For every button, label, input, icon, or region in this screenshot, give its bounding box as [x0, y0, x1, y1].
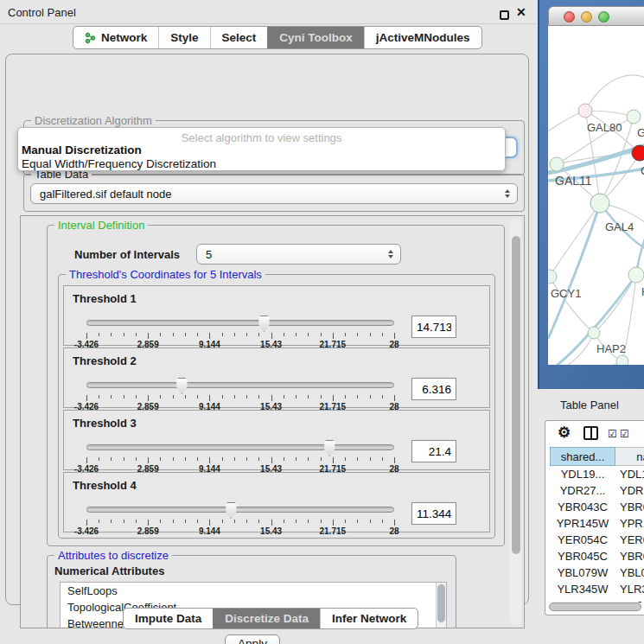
- checkbox-icon[interactable]: ☑: [620, 428, 629, 440]
- tick-mark: [111, 520, 112, 523]
- table-row[interactable]: YPR145WYPR1: [550, 515, 644, 532]
- checkbox-icon[interactable]: ☑: [608, 428, 617, 440]
- table-row[interactable]: YDL19...YDL1: [550, 466, 644, 482]
- tab-select[interactable]: Select: [210, 27, 268, 48]
- gear-icon[interactable]: ⚙: [558, 424, 571, 442]
- table-cell[interactable]: YDL19...: [550, 466, 615, 482]
- tick-label: 2.859: [137, 526, 159, 536]
- list-scrollbar-thumb[interactable]: [437, 584, 445, 622]
- threshold-3-value-input[interactable]: [411, 440, 456, 462]
- table-cell[interactable]: YLR345W: [550, 581, 615, 597]
- settings-scrollbar-thumb[interactable]: [512, 236, 520, 554]
- tick-mark: [308, 520, 309, 523]
- table-data-select[interactable]: galFiltered.sif default node: [30, 183, 518, 204]
- table-cell[interactable]: YBL0: [615, 564, 644, 581]
- minimize-traffic-light-icon[interactable]: [581, 11, 592, 22]
- threshold-1-value-input[interactable]: [411, 316, 456, 338]
- tick-mark: [222, 520, 223, 523]
- tab-jactivemnodules[interactable]: jActiveMNodules: [364, 27, 481, 48]
- slider-track[interactable]: [86, 382, 394, 388]
- table-panel-title: Table Panel: [560, 399, 619, 411]
- table-cell[interactable]: YLR3: [615, 581, 644, 597]
- algorithm-option-equal-width-frequency-discretization[interactable]: Equal Width/Frequency Discretization: [22, 157, 216, 170]
- close-traffic-light-icon[interactable]: [564, 11, 575, 22]
- table-cell[interactable]: YBR0: [615, 499, 644, 515]
- table-row[interactable]: YLR345WYLR3: [550, 581, 644, 597]
- tab-style[interactable]: Style: [158, 27, 209, 48]
- tick-mark: [357, 395, 358, 399]
- tick-mark: [185, 395, 186, 399]
- algorithm-option-manual-discretization[interactable]: Manual Discretization: [22, 143, 142, 156]
- slider-thumb[interactable]: [175, 378, 188, 394]
- table-cell[interactable]: YPR1: [615, 515, 644, 532]
- table-cell[interactable]: YDL1: [615, 466, 644, 482]
- column-header-2[interactable]: na...: [615, 447, 644, 466]
- table-row[interactable]: YBL079WYBL0: [550, 564, 644, 581]
- network-window-titlebar[interactable]: [548, 6, 644, 26]
- table-row[interactable]: YDR27...YDR2: [550, 482, 644, 499]
- tick-mark: [197, 333, 198, 336]
- slider-thumb[interactable]: [323, 440, 336, 456]
- table-row[interactable]: YBR045CYBR0: [550, 548, 644, 564]
- zoom-traffic-light-icon[interactable]: [598, 11, 609, 22]
- algorithm-placeholder-option[interactable]: Select algorithm to view settings: [18, 131, 505, 144]
- table-row[interactable]: YER054CYER0: [550, 532, 644, 548]
- tick-mark: [370, 457, 371, 461]
- threshold-2-slider[interactable]: -3.4262.8599.14415.4321.71528: [86, 378, 394, 407]
- network-node[interactable]: [548, 270, 557, 284]
- table-row[interactable]: YBR043CYBR0: [550, 499, 644, 515]
- table-cell[interactable]: YDR27...: [550, 482, 615, 499]
- tab-network[interactable]: Network: [73, 27, 158, 48]
- table-cell[interactable]: YDR2: [615, 482, 644, 499]
- slider-track[interactable]: [86, 507, 394, 513]
- column-header-1[interactable]: shared...: [550, 447, 615, 466]
- slider-track[interactable]: [86, 444, 394, 450]
- table-hscrollbar[interactable]: [549, 602, 641, 611]
- table-cell[interactable]: YBL079W: [550, 564, 615, 581]
- slider-track[interactable]: [86, 320, 394, 326]
- network-node[interactable]: [616, 355, 628, 365]
- table-cell[interactable]: YER0: [615, 532, 644, 548]
- apply-button[interactable]: Apply: [225, 634, 280, 644]
- network-node[interactable]: [628, 267, 644, 283]
- table-cell[interactable]: YBR0: [615, 548, 644, 564]
- tick-mark: [333, 457, 334, 463]
- columns-icon[interactable]: [583, 426, 598, 440]
- network-node[interactable]: [550, 157, 564, 171]
- close-icon[interactable]: ✕: [516, 5, 526, 19]
- slider-thumb[interactable]: [225, 502, 238, 519]
- network-node[interactable]: [588, 327, 600, 339]
- thresholds-group-title: Threshold's Coordinates for 5 Intervals: [66, 268, 265, 281]
- number-of-intervals-select[interactable]: 5: [196, 244, 401, 265]
- tab-cyni-toolbox[interactable]: Cyni Toolbox: [267, 27, 364, 48]
- network-node[interactable]: [590, 194, 609, 213]
- tick-label: 15.43: [260, 526, 282, 536]
- float-window-icon[interactable]: [500, 10, 509, 20]
- tick-mark: [124, 457, 124, 461]
- table-cell[interactable]: YBR045C: [550, 548, 615, 564]
- table-cell[interactable]: YBR043C: [550, 499, 615, 515]
- bottom-tab-infer-network[interactable]: Infer Network: [320, 609, 418, 628]
- threshold-4-slider[interactable]: -3.4262.8599.14415.4321.71528: [86, 502, 394, 532]
- tick-mark: [321, 457, 322, 461]
- threshold-1-slider[interactable]: -3.4262.8599.14415.4321.71528: [86, 316, 394, 345]
- slider-thumb[interactable]: [258, 316, 271, 332]
- threshold-4-value-input[interactable]: [411, 502, 456, 525]
- bottom-tab-discretize-data[interactable]: Discretize Data: [213, 609, 320, 628]
- table-cell[interactable]: YPR145W: [550, 515, 615, 532]
- threshold-3-slider[interactable]: -3.4262.8599.14415.4321.71528: [86, 440, 394, 469]
- table-hscrollbar-thumb[interactable]: [549, 603, 641, 611]
- network-node[interactable]: [632, 145, 644, 161]
- table-cell[interactable]: YER054C: [550, 532, 615, 548]
- list-scrollbar[interactable]: [436, 583, 446, 628]
- attribute-item-selfloops[interactable]: SelfLoops: [61, 583, 446, 599]
- network-edge: [585, 75, 644, 111]
- settings-scrollbar[interactable]: [510, 219, 521, 625]
- bottom-tab-impute-data[interactable]: Impute Data: [124, 609, 213, 628]
- tick-mark: [173, 395, 174, 399]
- threshold-2-value-input[interactable]: [411, 378, 456, 400]
- network-canvas[interactable]: GAL80GACGAL11GAL4GCY1HHAP2: [548, 26, 644, 365]
- network-node[interactable]: [627, 110, 641, 124]
- network-node-label: GAL4: [605, 220, 634, 233]
- network-node[interactable]: [578, 104, 592, 118]
